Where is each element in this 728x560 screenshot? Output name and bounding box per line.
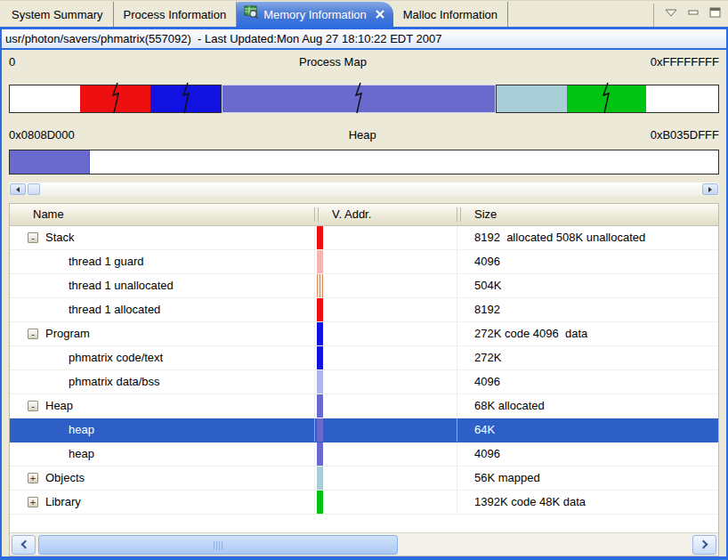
table-row[interactable]: heap 0xb035d000 4096 [10,442,718,467]
memory-table: Name V. Addr. Size - Stack 8192 allocate… [9,203,719,556]
tree-toggle[interactable]: - [28,232,38,243]
table-row[interactable]: - Stack 8192 allocated 508K unallocated [10,226,718,250]
table-scrollbar[interactable] [10,532,718,556]
view-menu-icon[interactable] [665,9,677,17]
heap-map-labels: 0x0808D000 Heap 0xB035DFFF [9,128,719,144]
row-name: heap [69,418,94,442]
color-chip [317,250,323,273]
color-chip [317,394,323,418]
tab-label: Process Information [124,3,227,27]
process-map-end-address: 0xFFFFFFFF [651,55,719,71]
color-chip [317,322,323,345]
row-size: 8192 [457,298,718,321]
row-size: 68K allocated [457,394,718,418]
row-size: 8192 allocated 508K unallocated [457,226,718,249]
table-row[interactable]: phmatrix code/text 0x08048000 272K [10,346,718,370]
tab-malloc-information[interactable]: Malloc Information [393,2,508,27]
tab-label: System Summary [12,3,103,27]
heap-end-address: 0xB035DFFF [651,128,719,144]
view-content: 0 Process Map 0xFFFFFFFF 0x0808D000 Heap… [2,50,726,556]
row-name: Objects [45,467,85,490]
table-header: Name V. Addr. Size [10,204,718,226]
scroll-right-icon[interactable] [692,535,716,555]
minimize-icon[interactable] [688,8,699,17]
table-row[interactable]: thread 1 allocated 0x08046000 8192 [10,298,718,322]
row-name: thread 1 allocated [69,298,160,321]
row-size: 64K [457,418,718,442]
tab-process-information[interactable]: Process Information [114,2,238,27]
row-size: 4096 [457,250,718,273]
table-row[interactable]: thread 1 unallocated 0x07fc8000 504K [10,274,718,298]
tab-label: Memory Information [263,3,367,27]
row-name: Program [45,322,90,345]
table-row[interactable]: heap 0x0808d000 64K [10,418,718,442]
maximize-icon[interactable] [709,7,721,18]
table-body: - Stack 8192 allocated 508K unallocated … [10,226,718,532]
table-empty-area [10,515,718,532]
row-name: heap [69,442,94,466]
table-row[interactable]: thread 1 guard 0x07fc7000 4096 [10,250,718,274]
column-header-name[interactable]: Name [10,204,314,225]
scroll-right-icon[interactable] [702,183,718,195]
view-frame: usr/photon/savers/phmatrix(557092) - Las… [0,27,728,560]
color-chip [317,491,323,514]
table-row[interactable]: + Objects 56K mapped [10,467,718,491]
table-row[interactable]: phmatrix data/bss 0x0808c000 4096 [10,370,718,394]
row-size: 272K [457,346,718,369]
color-chip [317,418,323,442]
row-name: phmatrix data/bss [69,370,160,394]
color-chip [317,346,323,369]
status-line: usr/photon/savers/phmatrix(557092) - Las… [2,29,726,50]
map-scrollbar-thumb[interactable] [28,183,40,195]
row-name: Stack [45,226,75,249]
process-map-segment-stack [80,85,150,112]
row-size: 272K code 4096 data [457,322,718,345]
tab-bar: System Summary Process Information Memor… [0,0,728,27]
process-map-segment-free [646,85,718,112]
process-map-segment-free [10,85,80,112]
close-icon[interactable] [376,10,384,19]
scroll-left-icon[interactable] [12,535,36,555]
heap-title: Heap [75,128,651,144]
row-name: Library [45,491,81,514]
table-row[interactable]: + Library 1392K code 48K data [10,491,718,515]
row-name: thread 1 guard [69,250,144,273]
tree-toggle[interactable]: - [28,329,38,339]
process-map-group [496,85,719,113]
view-toolbar [653,4,728,27]
memory-analysis-icon [244,3,258,27]
process-map-labels: 0 Process Map 0xFFFFFFFF [9,55,719,71]
row-size: 1392K code 48K data [457,491,718,514]
color-chip [317,226,323,249]
table-row[interactable]: - Program 272K code 4096 data [10,322,718,346]
row-size: 56K mapped [457,467,718,490]
column-header-vaddr[interactable]: V. Addr. [314,204,457,225]
row-size: 504K [457,274,718,297]
table-row[interactable]: - Heap 68K allocated [10,394,718,418]
tab-label: Malloc Information [403,3,497,27]
row-size: 4096 [457,370,718,394]
color-chip [317,467,323,490]
row-name: thread 1 unallocated [69,274,174,297]
process-map-bar [9,85,719,113]
color-chip [317,274,323,297]
tree-toggle[interactable]: + [28,497,38,507]
row-size: 4096 [457,442,718,466]
scroll-left-icon[interactable] [10,183,26,195]
process-map-segment-objects [497,85,567,112]
heap-used-segment [10,150,90,174]
tree-toggle[interactable]: + [28,473,38,483]
column-header-size[interactable]: Size [457,204,718,225]
process-map-group [9,85,222,113]
heap-bar [9,150,719,174]
process-map-segment-library [567,85,646,112]
table-scrollbar-thumb[interactable] [38,535,398,555]
tab-system-summary[interactable]: System Summary [2,2,114,27]
tree-toggle[interactable]: - [28,401,38,411]
map-scrollbar[interactable] [9,183,719,196]
tab-memory-information[interactable]: Memory Information [237,2,393,27]
memory-information-view: System Summary Process Information Memor… [0,0,728,560]
process-map-group [222,85,495,113]
color-chip [317,370,323,394]
heap-start-address: 0x0808D000 [9,128,75,144]
